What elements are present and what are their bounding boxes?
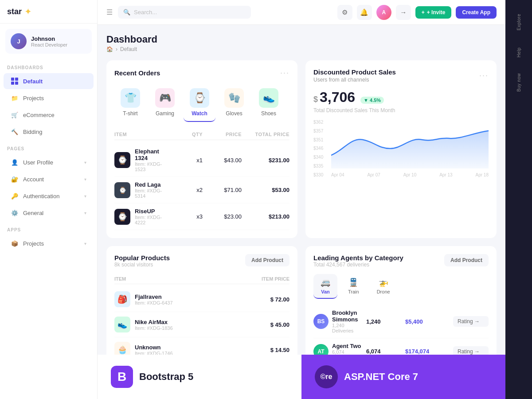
sidebar-item-bidding[interactable]: 🔨 Bidding bbox=[4, 124, 94, 140]
agent-avatar: BS bbox=[313, 314, 329, 329]
page-header-left: Dashboard 🏠 › Default bbox=[106, 34, 157, 52]
search-bar[interactable]: 🔍 Search... bbox=[118, 6, 251, 19]
home-icon[interactable]: 🏠 bbox=[106, 46, 113, 52]
chart-label: $340 bbox=[313, 155, 323, 160]
watch-icon: ⌚ bbox=[190, 88, 209, 108]
user-role: React Developer bbox=[31, 42, 67, 47]
settings-icon-button[interactable]: ⚙ bbox=[337, 5, 352, 20]
gloves-icon: 🧤 bbox=[224, 88, 244, 108]
col-item: ITEM bbox=[114, 276, 236, 282]
breadcrumb: 🏠 › Default bbox=[106, 46, 157, 52]
chart-svg bbox=[331, 120, 489, 168]
product-price: $ 14.50 bbox=[236, 347, 289, 353]
grid-icon bbox=[11, 77, 19, 85]
agent-count: 1,240 bbox=[366, 318, 402, 325]
order-item: ⌚ Elephant 1324 Item: #XDG-1523 bbox=[114, 148, 164, 172]
cards-row: Recent Orders ··· 👕 T-shirt 🎮 Gaming bbox=[106, 60, 497, 238]
chart-label: $357 bbox=[313, 129, 323, 133]
table-row: BS Brooklyn Simmons 1,240 Deliveries 1,2… bbox=[313, 305, 489, 338]
orders-table: ITEM QTY PRICE TOTAL PRICE ⌚ Elephant 13… bbox=[114, 129, 289, 230]
sidebar-item-ecommerce[interactable]: 🛒 eCommerce bbox=[4, 107, 94, 123]
sidebar-item-label: General bbox=[23, 210, 43, 216]
product-thumbnail: ⌚ bbox=[114, 209, 130, 225]
sidebar-item-authentication[interactable]: 🔑 Authentication ▾ bbox=[4, 188, 94, 204]
cat-label: T-shirt bbox=[123, 110, 137, 117]
sidebar-item-default[interactable]: Default bbox=[4, 73, 94, 89]
cat-tab-shoes[interactable]: 👟 Shoes bbox=[253, 84, 285, 122]
buy-now-button[interactable]: Buy now bbox=[510, 69, 528, 96]
sidebar-user[interactable]: J Johnson React Developer bbox=[5, 29, 92, 54]
agent-earnings: $174,074 bbox=[405, 348, 450, 355]
product-id: Item: #XDG-6437 bbox=[135, 300, 173, 305]
filter-drone[interactable]: 🚁 Drone bbox=[370, 274, 397, 299]
agent-name: Brooklyn Simmons bbox=[332, 309, 363, 323]
collapse-sidebar-button[interactable]: ☰ bbox=[106, 8, 113, 16]
bidding-icon: 🔨 bbox=[11, 128, 19, 136]
order-price: $23.00 bbox=[206, 213, 242, 220]
sidebar-item-projects[interactable]: 📁 Projects bbox=[4, 90, 94, 106]
order-id: Item: #XDG-5314 bbox=[135, 188, 164, 199]
create-app-button[interactable]: Create App bbox=[456, 6, 497, 19]
recent-orders-header: Recent Orders ··· bbox=[114, 68, 289, 78]
order-total: $53.00 bbox=[245, 187, 289, 193]
chart-date: Apr 10 bbox=[403, 172, 416, 177]
col-price: PRICE bbox=[206, 132, 242, 137]
sales-amount: 3,706 bbox=[320, 89, 355, 106]
page-title: Dashboard bbox=[106, 34, 157, 45]
van-icon: 🚐 bbox=[321, 278, 330, 287]
chart-label: $330 bbox=[313, 172, 323, 177]
chart-date: Apr 13 bbox=[439, 172, 452, 177]
main-container: ☰ 🔍 Search... ⚙ 🔔 A → + + Invite Create … bbox=[98, 0, 505, 399]
recent-orders-card: Recent Orders ··· 👕 T-shirt 🎮 Gaming bbox=[106, 60, 297, 238]
cat-tab-tshirt[interactable]: 👕 T-shirt bbox=[114, 84, 146, 122]
cat-tab-gloves[interactable]: 🧤 Gloves bbox=[218, 84, 250, 122]
product-item: 🎒 Fjallraven Item: #XDG-6437 bbox=[114, 291, 236, 307]
order-id: Item: #XDG-1523 bbox=[135, 161, 164, 172]
sidebar-item-user-profile[interactable]: 👤 User Profile ▾ bbox=[4, 154, 94, 170]
more-options-button[interactable]: ··· bbox=[280, 68, 289, 78]
add-product-button[interactable]: Add Product bbox=[245, 254, 289, 266]
add-product-button[interactable]: Add Product bbox=[444, 254, 489, 266]
train-icon: 🚆 bbox=[348, 278, 358, 287]
help-button[interactable]: Help bbox=[510, 39, 528, 66]
rating-button[interactable]: Rating → bbox=[453, 316, 489, 327]
invite-button[interactable]: + + Invite bbox=[415, 6, 452, 19]
cat-tab-gaming[interactable]: 🎮 Gaming bbox=[149, 84, 181, 122]
explore-button[interactable]: Explore bbox=[510, 9, 528, 35]
sidebar-item-account[interactable]: 🔐 Account ▾ bbox=[4, 171, 94, 187]
agent-count: 6,074 bbox=[366, 348, 402, 355]
order-details: RiseUP Item: #XDG-4222 bbox=[135, 208, 164, 225]
pop-table-header: ITEM ITEM PRICE bbox=[114, 274, 289, 284]
chart-x-labels: Apr 04 Apr 07 Apr 10 Apr 13 Apr 18 bbox=[331, 172, 489, 177]
arrow-icon-button[interactable]: → bbox=[396, 5, 411, 20]
table-row: ⌚ RiseUP Item: #XDG-4222 x3 $23.00 $213.… bbox=[114, 203, 289, 230]
projects-icon: 📁 bbox=[11, 94, 19, 102]
product-thumb: 👟 bbox=[114, 317, 130, 332]
sidebar-item-projects-app[interactable]: 📦 Projects ▾ bbox=[4, 235, 94, 251]
order-details: Red Laga Item: #XDG-5314 bbox=[135, 181, 164, 199]
chart-label: $351 bbox=[313, 137, 323, 142]
topbar-user-avatar[interactable]: A bbox=[376, 5, 391, 20]
sales-title: Discounted Product Sales bbox=[313, 68, 396, 76]
notification-icon-button[interactable]: 🔔 bbox=[357, 5, 372, 20]
agent-details: Brooklyn Simmons 1,240 Deliveries bbox=[332, 309, 363, 333]
table-row: ⌚ Elephant 1324 Item: #XDG-1523 x1 $43.0… bbox=[114, 144, 289, 177]
agent-earnings: $5,400 bbox=[405, 318, 450, 325]
filter-label: Train bbox=[348, 289, 359, 294]
shoes-icon: 👟 bbox=[259, 88, 278, 108]
order-price: $71.00 bbox=[206, 187, 242, 193]
filter-van[interactable]: 🚐 Van bbox=[313, 274, 337, 299]
filter-train[interactable]: 🚆 Train bbox=[341, 274, 366, 299]
product-thumb: 🎒 bbox=[114, 291, 130, 307]
more-options-button[interactable]: ··· bbox=[479, 71, 489, 80]
right-panel: Explore Help Buy now bbox=[505, 0, 532, 399]
ecommerce-icon: 🛒 bbox=[11, 111, 19, 119]
chart-date: Apr 18 bbox=[476, 172, 489, 177]
sidebar-item-label: Projects bbox=[23, 240, 44, 247]
orders-table-header: ITEM QTY PRICE TOTAL PRICE bbox=[114, 129, 289, 140]
product-id: Item: #XDG-1836 bbox=[135, 325, 173, 331]
sidebar-item-general[interactable]: ⚙️ General ▾ bbox=[4, 205, 94, 221]
cat-tab-watch[interactable]: ⌚ Watch bbox=[184, 84, 215, 122]
order-item: ⌚ Red Laga Item: #XDG-5314 bbox=[114, 181, 164, 199]
agent-name: Agent Two bbox=[332, 343, 363, 349]
